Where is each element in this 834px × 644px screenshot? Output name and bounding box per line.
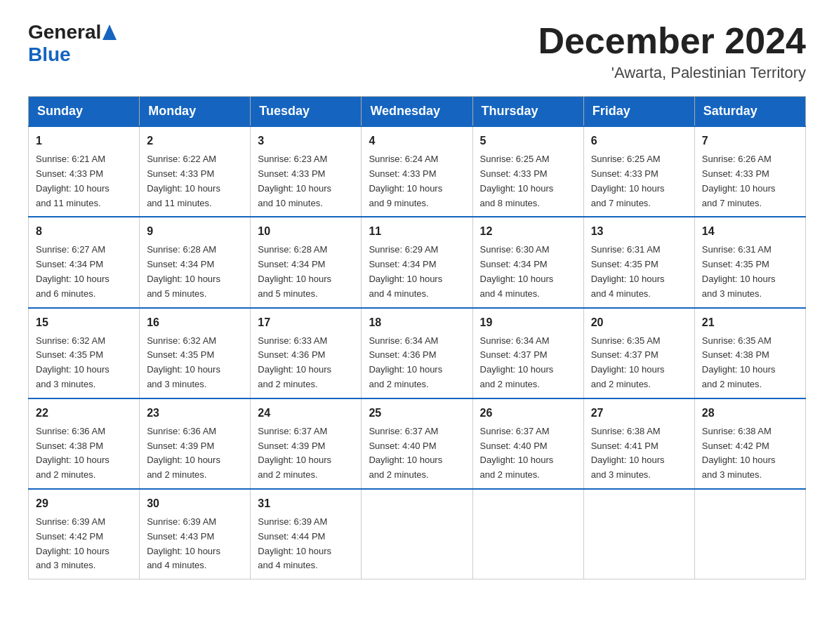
day-number: 23 bbox=[147, 405, 243, 422]
day-info: Sunrise: 6:26 AMSunset: 4:33 PMDaylight:… bbox=[702, 154, 776, 208]
calendar-cell: 28 Sunrise: 6:38 AMSunset: 4:42 PMDaylig… bbox=[694, 398, 805, 489]
calendar-header-row: SundayMondayTuesdayWednesdayThursdayFrid… bbox=[29, 97, 806, 127]
day-info: Sunrise: 6:31 AMSunset: 4:35 PMDaylight:… bbox=[702, 244, 776, 298]
calendar-cell: 19 Sunrise: 6:34 AMSunset: 4:37 PMDaylig… bbox=[472, 308, 583, 398]
day-info: Sunrise: 6:35 AMSunset: 4:38 PMDaylight:… bbox=[702, 335, 776, 389]
calendar-header-saturday: Saturday bbox=[694, 97, 805, 127]
day-info: Sunrise: 6:32 AMSunset: 4:35 PMDaylight:… bbox=[147, 335, 220, 389]
calendar-cell: 15 Sunrise: 6:32 AMSunset: 4:35 PMDaylig… bbox=[29, 308, 140, 398]
day-info: Sunrise: 6:34 AMSunset: 4:37 PMDaylight:… bbox=[480, 335, 554, 389]
day-number: 25 bbox=[369, 405, 465, 422]
calendar-cell: 13 Sunrise: 6:31 AMSunset: 4:35 PMDaylig… bbox=[583, 217, 694, 307]
logo-general-text: General bbox=[28, 21, 101, 43]
day-number: 30 bbox=[147, 495, 243, 512]
day-number: 19 bbox=[480, 314, 576, 331]
day-info: Sunrise: 6:30 AMSunset: 4:34 PMDaylight:… bbox=[480, 244, 554, 298]
day-number: 29 bbox=[36, 495, 132, 512]
day-info: Sunrise: 6:27 AMSunset: 4:34 PMDaylight:… bbox=[36, 244, 110, 298]
day-number: 18 bbox=[369, 314, 465, 331]
calendar-header-tuesday: Tuesday bbox=[251, 97, 362, 127]
day-number: 24 bbox=[258, 405, 354, 422]
calendar-week-row: 15 Sunrise: 6:32 AMSunset: 4:35 PMDaylig… bbox=[29, 308, 806, 398]
header-right: December 2024 'Awarta, Palestinian Terri… bbox=[538, 21, 806, 82]
day-number: 20 bbox=[591, 314, 687, 331]
calendar-cell bbox=[583, 489, 694, 579]
calendar-cell: 12 Sunrise: 6:30 AMSunset: 4:34 PMDaylig… bbox=[472, 217, 583, 307]
day-info: Sunrise: 6:36 AMSunset: 4:39 PMDaylight:… bbox=[147, 426, 220, 480]
calendar-cell bbox=[694, 489, 805, 579]
calendar-header-thursday: Thursday bbox=[472, 97, 583, 127]
day-info: Sunrise: 6:28 AMSunset: 4:34 PMDaylight:… bbox=[147, 244, 220, 298]
day-number: 3 bbox=[258, 133, 354, 149]
calendar-cell: 7 Sunrise: 6:26 AMSunset: 4:33 PMDayligh… bbox=[694, 126, 805, 217]
day-info: Sunrise: 6:21 AMSunset: 4:33 PMDaylight:… bbox=[36, 154, 110, 208]
day-info: Sunrise: 6:38 AMSunset: 4:42 PMDaylight:… bbox=[702, 426, 776, 480]
day-info: Sunrise: 6:25 AMSunset: 4:33 PMDaylight:… bbox=[480, 154, 554, 208]
calendar-cell: 9 Sunrise: 6:28 AMSunset: 4:34 PMDayligh… bbox=[140, 217, 251, 307]
month-title: December 2024 bbox=[538, 21, 806, 61]
day-number: 15 bbox=[36, 314, 132, 331]
calendar-cell: 6 Sunrise: 6:25 AMSunset: 4:33 PMDayligh… bbox=[583, 126, 694, 217]
day-number: 5 bbox=[480, 133, 576, 149]
calendar-cell: 18 Sunrise: 6:34 AMSunset: 4:36 PMDaylig… bbox=[362, 308, 472, 398]
day-number: 2 bbox=[147, 133, 243, 149]
calendar-header-monday: Monday bbox=[140, 97, 251, 127]
calendar-cell: 17 Sunrise: 6:33 AMSunset: 4:36 PMDaylig… bbox=[251, 308, 362, 398]
day-number: 31 bbox=[258, 495, 354, 512]
calendar-header-friday: Friday bbox=[583, 97, 694, 127]
calendar-cell: 30 Sunrise: 6:39 AMSunset: 4:43 PMDaylig… bbox=[140, 489, 251, 579]
day-number: 4 bbox=[369, 133, 465, 149]
day-info: Sunrise: 6:39 AMSunset: 4:42 PMDaylight:… bbox=[36, 516, 110, 570]
day-number: 16 bbox=[147, 314, 243, 331]
calendar-cell: 16 Sunrise: 6:32 AMSunset: 4:35 PMDaylig… bbox=[140, 308, 251, 398]
day-number: 28 bbox=[702, 405, 798, 422]
calendar-week-row: 29 Sunrise: 6:39 AMSunset: 4:42 PMDaylig… bbox=[29, 489, 806, 579]
day-number: 27 bbox=[591, 405, 687, 422]
day-number: 1 bbox=[36, 133, 132, 149]
day-info: Sunrise: 6:39 AMSunset: 4:44 PMDaylight:… bbox=[258, 516, 331, 570]
calendar-cell: 21 Sunrise: 6:35 AMSunset: 4:38 PMDaylig… bbox=[694, 308, 805, 398]
day-number: 12 bbox=[480, 223, 576, 240]
calendar-cell: 31 Sunrise: 6:39 AMSunset: 4:44 PMDaylig… bbox=[251, 489, 362, 579]
calendar-cell: 11 Sunrise: 6:29 AMSunset: 4:34 PMDaylig… bbox=[362, 217, 472, 307]
calendar-cell: 2 Sunrise: 6:22 AMSunset: 4:33 PMDayligh… bbox=[140, 126, 251, 217]
day-info: Sunrise: 6:32 AMSunset: 4:35 PMDaylight:… bbox=[36, 335, 110, 389]
day-number: 7 bbox=[702, 133, 798, 149]
day-info: Sunrise: 6:35 AMSunset: 4:37 PMDaylight:… bbox=[591, 335, 665, 389]
logo-arrow-icon bbox=[102, 25, 117, 40]
svg-marker-0 bbox=[102, 25, 117, 40]
logo: General Blue bbox=[28, 21, 117, 66]
day-info: Sunrise: 6:31 AMSunset: 4:35 PMDaylight:… bbox=[591, 244, 665, 298]
calendar-cell: 10 Sunrise: 6:28 AMSunset: 4:34 PMDaylig… bbox=[251, 217, 362, 307]
calendar-week-row: 8 Sunrise: 6:27 AMSunset: 4:34 PMDayligh… bbox=[29, 217, 806, 307]
calendar-cell: 25 Sunrise: 6:37 AMSunset: 4:40 PMDaylig… bbox=[362, 398, 472, 489]
day-info: Sunrise: 6:37 AMSunset: 4:40 PMDaylight:… bbox=[480, 426, 554, 480]
day-info: Sunrise: 6:37 AMSunset: 4:39 PMDaylight:… bbox=[258, 426, 331, 480]
day-info: Sunrise: 6:37 AMSunset: 4:40 PMDaylight:… bbox=[369, 426, 442, 480]
calendar-cell bbox=[362, 489, 472, 579]
day-number: 26 bbox=[480, 405, 576, 422]
calendar-cell: 3 Sunrise: 6:23 AMSunset: 4:33 PMDayligh… bbox=[251, 126, 362, 217]
calendar-cell: 27 Sunrise: 6:38 AMSunset: 4:41 PMDaylig… bbox=[583, 398, 694, 489]
day-number: 14 bbox=[702, 223, 798, 240]
location-title: 'Awarta, Palestinian Territory bbox=[538, 64, 806, 82]
day-info: Sunrise: 6:22 AMSunset: 4:33 PMDaylight:… bbox=[147, 154, 220, 208]
calendar-cell: 24 Sunrise: 6:37 AMSunset: 4:39 PMDaylig… bbox=[251, 398, 362, 489]
calendar-week-row: 1 Sunrise: 6:21 AMSunset: 4:33 PMDayligh… bbox=[29, 126, 806, 217]
day-info: Sunrise: 6:39 AMSunset: 4:43 PMDaylight:… bbox=[147, 516, 220, 570]
calendar-cell: 29 Sunrise: 6:39 AMSunset: 4:42 PMDaylig… bbox=[29, 489, 140, 579]
day-number: 13 bbox=[591, 223, 687, 240]
day-number: 10 bbox=[258, 223, 354, 240]
day-info: Sunrise: 6:33 AMSunset: 4:36 PMDaylight:… bbox=[258, 335, 331, 389]
calendar-header-sunday: Sunday bbox=[29, 97, 140, 127]
logo-blue-text: Blue bbox=[28, 43, 71, 65]
day-info: Sunrise: 6:25 AMSunset: 4:33 PMDaylight:… bbox=[591, 154, 665, 208]
calendar-cell: 1 Sunrise: 6:21 AMSunset: 4:33 PMDayligh… bbox=[29, 126, 140, 217]
calendar-cell: 8 Sunrise: 6:27 AMSunset: 4:34 PMDayligh… bbox=[29, 217, 140, 307]
day-number: 21 bbox=[702, 314, 798, 331]
day-info: Sunrise: 6:38 AMSunset: 4:41 PMDaylight:… bbox=[591, 426, 665, 480]
day-info: Sunrise: 6:36 AMSunset: 4:38 PMDaylight:… bbox=[36, 426, 110, 480]
day-info: Sunrise: 6:23 AMSunset: 4:33 PMDaylight:… bbox=[258, 154, 331, 208]
day-info: Sunrise: 6:34 AMSunset: 4:36 PMDaylight:… bbox=[369, 335, 442, 389]
calendar-cell: 26 Sunrise: 6:37 AMSunset: 4:40 PMDaylig… bbox=[472, 398, 583, 489]
